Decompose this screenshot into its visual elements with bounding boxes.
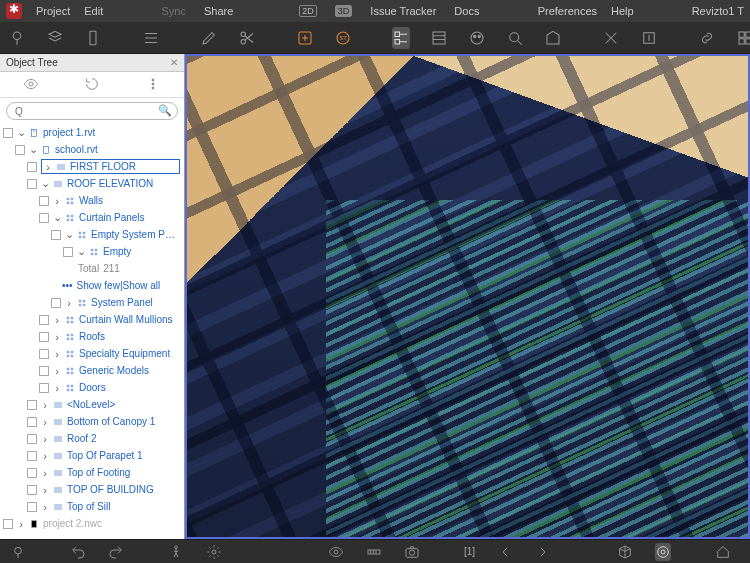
tree-node-system-panel[interactable]: › System Panel (0, 294, 184, 311)
eye-icon[interactable] (328, 543, 344, 561)
twisty-icon[interactable]: ⌄ (77, 245, 85, 258)
tree-node-footing[interactable]: › Top of Footing (0, 464, 184, 481)
camera-icon[interactable] (404, 543, 420, 561)
node-label[interactable]: Top Of Parapet 1 (67, 450, 143, 461)
ruler-icon[interactable] (366, 543, 382, 561)
checkbox[interactable] (39, 366, 49, 376)
checkbox[interactable] (27, 502, 37, 512)
reset-icon[interactable] (84, 76, 100, 94)
node-label[interactable]: TOP OF BUILDING (67, 484, 154, 495)
twisty-icon[interactable]: › (53, 348, 61, 360)
link-icon[interactable] (698, 27, 716, 49)
checkbox[interactable] (27, 400, 37, 410)
checkbox[interactable] (15, 145, 25, 155)
checkbox[interactable] (51, 230, 61, 240)
tree-node-curtain-panels[interactable]: ⌄ Curtain Panels (0, 209, 184, 226)
tree-node-empty-panel[interactable]: ⌄ Empty System Panel (0, 226, 184, 243)
tree-node-nolevel[interactable]: › <NoLevel> (0, 396, 184, 413)
viewpoint-indicator[interactable]: [1] (464, 546, 475, 557)
tree-node-specialty[interactable]: › Specialty Equipment (0, 345, 184, 362)
twisty-icon[interactable]: › (41, 484, 49, 496)
twisty-icon[interactable]: › (41, 433, 49, 445)
checkbox[interactable] (27, 162, 37, 172)
appearance-icon[interactable] (468, 27, 486, 49)
map-layers-icon[interactable] (46, 27, 64, 49)
checkbox[interactable] (39, 349, 49, 359)
tree[interactable]: ⌄ project 1.rvt ⌄ school.rvt › FIRST FLO… (0, 124, 184, 539)
menu-sync[interactable]: Sync (161, 5, 185, 17)
cube-icon[interactable] (617, 543, 633, 561)
tree-node-empty[interactable]: ⌄ Empty (0, 243, 184, 260)
checkbox[interactable] (27, 417, 37, 427)
twisty-icon[interactable]: › (41, 416, 49, 428)
node-label[interactable]: Bottom of Canopy 1 (67, 416, 155, 427)
node-label[interactable]: project 2.nwc (43, 518, 102, 529)
node-label[interactable]: project 1.rvt (43, 127, 95, 138)
menu-preferences[interactable]: Preferences (538, 5, 597, 17)
node-label[interactable]: Roofs (79, 331, 105, 342)
checkbox[interactable] (3, 128, 13, 138)
tree-node-canopy[interactable]: › Bottom of Canopy 1 (0, 413, 184, 430)
node-label[interactable]: ROOF ELEVATION (67, 178, 153, 189)
checkbox[interactable] (27, 434, 37, 444)
twisty-icon[interactable]: › (41, 467, 49, 479)
twisty-icon[interactable]: ⌄ (53, 211, 61, 224)
stamp-icon[interactable]: ST (334, 27, 352, 49)
node-label[interactable]: Specialty Equipment (79, 348, 170, 359)
grid-icon[interactable] (736, 27, 750, 49)
show-all-link[interactable]: Show all (122, 280, 160, 291)
tree-node-parapet[interactable]: › Top Of Parapet 1 (0, 447, 184, 464)
menu-docs[interactable]: Docs (454, 5, 479, 17)
view-2d-toggle[interactable]: 2D (299, 5, 317, 17)
checkbox[interactable] (39, 383, 49, 393)
twisty-icon[interactable]: › (41, 501, 49, 513)
node-label[interactable]: school.rvt (55, 144, 98, 155)
checkbox[interactable] (3, 519, 13, 529)
twisty-icon[interactable]: › (53, 195, 61, 207)
tree-node-doors[interactable]: › Doors (0, 379, 184, 396)
tree-node-mullions[interactable]: › Curtain Wall Mullions (0, 311, 184, 328)
checkbox[interactable] (39, 196, 49, 206)
visibility-icon[interactable] (23, 76, 39, 94)
object-tree-icon[interactable] (392, 27, 410, 49)
tree-node-first-floor[interactable]: › FIRST FLOOR (0, 158, 184, 175)
twisty-icon[interactable]: › (41, 450, 49, 462)
tree-node-roof2[interactable]: › Roof 2 (0, 430, 184, 447)
checkbox[interactable] (63, 247, 73, 257)
checkbox[interactable] (27, 179, 37, 189)
twisty-icon[interactable]: › (53, 331, 61, 343)
settings-icon[interactable] (206, 543, 222, 561)
show-few-link[interactable]: Show few (77, 280, 120, 291)
more-icon[interactable] (145, 76, 161, 94)
home-icon[interactable] (715, 543, 731, 561)
search-elements-icon[interactable] (506, 27, 524, 49)
twisty-icon[interactable]: › (17, 518, 25, 530)
node-label[interactable]: Top of Sill (67, 501, 110, 512)
pin-icon[interactable] (8, 27, 26, 49)
add-issue-icon[interactable] (296, 27, 314, 49)
menu-help[interactable]: Help (611, 5, 634, 17)
twisty-icon[interactable]: › (44, 161, 52, 173)
panel-close-icon[interactable]: ✕ (170, 57, 178, 68)
tree-node-roofs[interactable]: › Roofs (0, 328, 184, 345)
viewport-3d[interactable] (185, 54, 750, 539)
twisty-icon[interactable]: ⌄ (29, 143, 37, 156)
menu-edit[interactable]: Edit (84, 5, 103, 17)
tree-node-roof-elev[interactable]: ⌄ ROOF ELEVATION (0, 175, 184, 192)
checkbox[interactable] (27, 468, 37, 478)
properties-icon[interactable] (430, 27, 448, 49)
twisty-icon[interactable]: ⌄ (17, 126, 25, 139)
node-label[interactable]: <NoLevel> (67, 399, 115, 410)
prev-viewpoint-icon[interactable] (497, 543, 513, 561)
tree-node-project[interactable]: ⌄ project 1.rvt (0, 124, 184, 141)
node-label[interactable]: System Panel (91, 297, 153, 308)
menu-issue-tracker[interactable]: Issue Tracker (370, 5, 436, 17)
node-label[interactable]: Generic Models (79, 365, 149, 376)
rooms-icon[interactable] (544, 27, 562, 49)
node-label[interactable]: FIRST FLOOR (70, 161, 136, 172)
undo-icon[interactable] (70, 543, 86, 561)
view-3d-toggle[interactable]: 3D (335, 5, 353, 17)
twisty-icon[interactable]: › (53, 365, 61, 377)
node-label[interactable]: Roof 2 (67, 433, 96, 444)
checkbox[interactable] (27, 485, 37, 495)
